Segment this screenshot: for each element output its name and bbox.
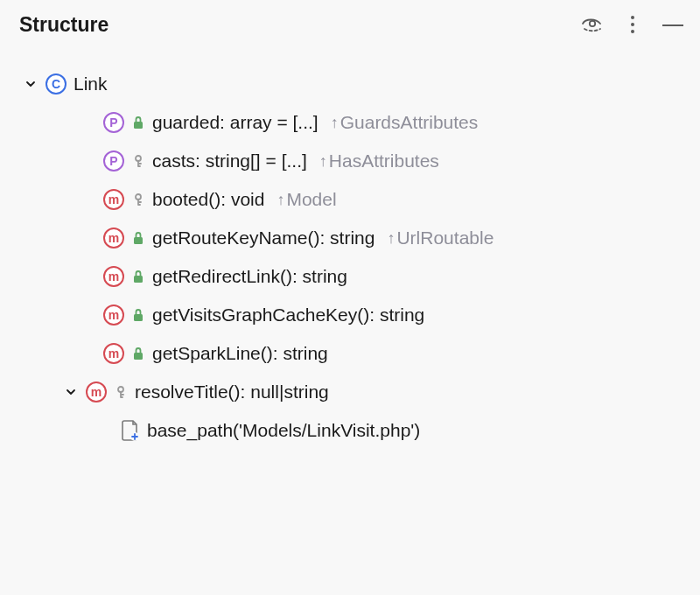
tree-nested-label: base_path('Models/LinkVisit.php') (147, 420, 420, 441)
tree-item[interactable]: m getRedirectLink(): string (23, 257, 682, 296)
tree-root-row[interactable]: C Link (23, 65, 682, 103)
tree-item-label: getRedirectLink(): string (152, 266, 347, 287)
tree-item[interactable]: m booted(): void ↑Model (23, 180, 682, 219)
tree-nested-item[interactable]: base_path('Models/LinkVisit.php') (23, 411, 682, 450)
tree-item[interactable]: m resolveTitle(): null|string (23, 373, 682, 411)
chevron-down-icon[interactable] (23, 76, 38, 92)
tree-item-label: booted(): void (152, 189, 264, 210)
minimize-icon[interactable] (662, 13, 684, 36)
svg-rect-4 (134, 237, 143, 244)
visibility-icon[interactable] (581, 13, 604, 36)
panel-title: Structure (19, 13, 581, 37)
inherited-from: ↑GuardsAttributes (331, 112, 479, 133)
chevron-down-icon[interactable] (63, 384, 79, 400)
tree-item[interactable]: m getSparkLine(): string (23, 334, 682, 373)
method-icon: m (103, 228, 124, 248)
tree-item-label: getVisitsGraphCacheKey(): string (152, 304, 424, 326)
file-plus-icon (121, 419, 140, 442)
key-icon (131, 154, 145, 168)
method-icon: m (103, 343, 124, 364)
svg-rect-5 (134, 276, 143, 283)
method-icon: m (103, 304, 124, 326)
lock-icon (131, 231, 145, 245)
tree-item-label: getRouteKeyName(): string (152, 228, 374, 248)
class-icon: C (46, 74, 66, 94)
header-actions (581, 13, 684, 36)
lock-icon (131, 270, 145, 284)
panel-header: Structure (0, 0, 700, 49)
property-icon: P (103, 150, 124, 172)
inherited-from: ↑UrlRoutable (387, 228, 494, 248)
more-options-icon[interactable] (621, 13, 644, 36)
method-icon: m (103, 189, 124, 210)
svg-point-0 (590, 21, 595, 26)
tree-item[interactable]: m getVisitsGraphCacheKey(): string (23, 296, 682, 334)
tree-item-label: guarded: array = [...] (152, 112, 318, 133)
tree-item-label: casts: string[] = [...] (152, 150, 307, 172)
property-icon: P (103, 112, 124, 133)
svg-rect-1 (134, 122, 143, 129)
tree-item[interactable]: m getRouteKeyName(): string ↑UrlRoutable (23, 219, 682, 257)
svg-rect-6 (134, 314, 143, 321)
lock-icon (131, 346, 145, 360)
key-icon (131, 192, 145, 206)
tree-item[interactable]: P casts: string[] = [...] ↑HasAttributes (23, 142, 682, 180)
structure-tree: C Link P guarded: array = [...] ↑GuardsA… (0, 49, 700, 450)
tree-item[interactable]: P guarded: array = [...] ↑GuardsAttribut… (23, 103, 682, 142)
svg-rect-7 (134, 353, 143, 360)
key-icon (114, 385, 128, 399)
method-icon: m (86, 382, 107, 402)
lock-icon (131, 308, 145, 322)
inherited-from: ↑Model (276, 189, 336, 210)
tree-item-label: resolveTitle(): null|string (135, 382, 329, 402)
tree-item-label: getSparkLine(): string (152, 343, 328, 364)
inherited-from: ↑HasAttributes (319, 150, 439, 172)
tree-root-label: Link (74, 74, 108, 94)
lock-icon (131, 116, 145, 130)
method-icon: m (103, 266, 124, 287)
